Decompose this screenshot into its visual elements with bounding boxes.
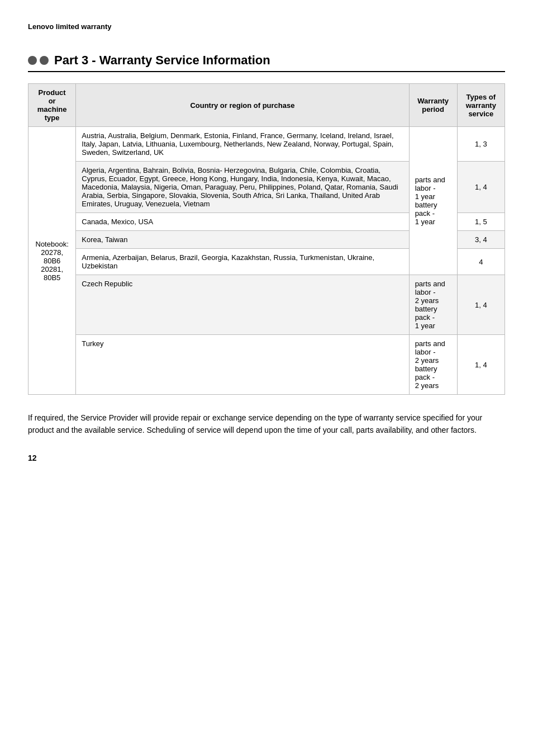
col-header-product: Product ormachine type [28,84,76,127]
types-cell: 3, 4 [457,231,505,249]
country-cell: Algeria, Argentina, Bahrain, Bolivia, Bo… [76,162,409,213]
types-cell: 1, 4 [457,275,505,335]
types-cell: 1, 4 [457,335,505,395]
table-row: Czech Republic parts and labor - 2 years… [28,275,505,335]
country-cell: Armenia, Azerbaijan, Belarus, Brazil, Ge… [76,249,409,275]
top-label: Lenovo limited warranty [28,22,505,31]
warranty-table: Product ormachine type Country or region… [28,83,505,395]
country-cell: Czech Republic [76,275,409,335]
types-cell: 1, 4 [457,162,505,213]
page-number: 12 [28,453,505,462]
col-header-warranty: Warranty period [409,84,457,127]
table-row: Turkey parts and labor - 2 years battery… [28,335,505,395]
heading-icons [28,56,49,65]
part-title: Part 3 - Warranty Service Information [54,53,270,68]
types-cell: 4 [457,249,505,275]
circle-icon-2 [40,56,49,65]
footer-text: If required, the Service Provider will p… [28,412,505,437]
country-cell: Turkey [76,335,409,395]
part-heading: Part 3 - Warranty Service Information [28,53,505,72]
country-cell: Canada, Mexico, USA [76,213,409,231]
warranty-cell-shared: parts and labor - 1 year battery pack - … [409,127,457,275]
types-cell: 1, 3 [457,127,505,162]
country-cell: Austria, Australia, Belgium, Denmark, Es… [76,127,409,162]
col-header-country: Country or region of purchase [76,84,409,127]
circle-icon-1 [28,56,37,65]
warranty-cell: parts and labor - 2 years battery pack -… [409,275,457,335]
product-cell: Notebook: 20278, 80B6 20281, 80B5 [28,127,76,395]
table-row: Notebook: 20278, 80B6 20281, 80B5 Austri… [28,127,505,162]
col-header-types: Types ofwarranty service [457,84,505,127]
types-cell: 1, 5 [457,213,505,231]
country-cell: Korea, Taiwan [76,231,409,249]
warranty-cell: parts and labor - 2 years battery pack -… [409,335,457,395]
